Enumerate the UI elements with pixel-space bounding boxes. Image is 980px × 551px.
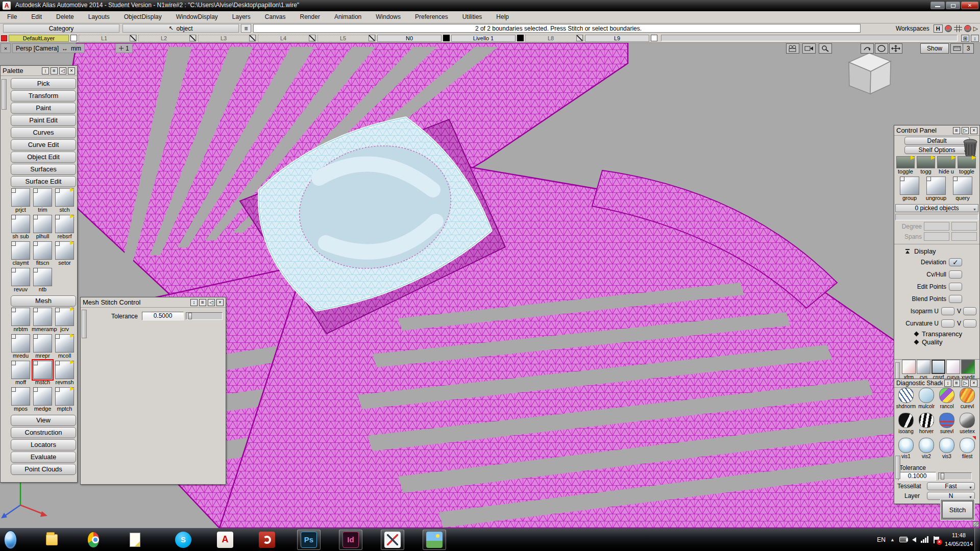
palette-tab[interactable]: Evaluate <box>11 452 76 463</box>
group-tool-button[interactable]: group <box>896 177 923 203</box>
tool-button[interactable]: nrbtm <box>10 308 32 334</box>
layer-state-icon[interactable] <box>249 35 256 41</box>
menu-item[interactable]: Render <box>293 11 327 23</box>
menu-item[interactable]: Utilities <box>455 11 489 23</box>
layer-label[interactable]: L9 <box>585 35 649 42</box>
picked-objects-dropdown[interactable]: 0 picked objects <box>895 204 978 212</box>
diag-tool-button[interactable]: curevl <box>957 388 977 413</box>
menu-item[interactable]: Layers <box>225 11 258 23</box>
tool-button[interactable]: mrepr <box>32 334 54 361</box>
taskbar-app[interactable] <box>130 530 153 550</box>
degree-input-v[interactable] <box>951 222 977 231</box>
layer-label[interactable]: L1 <box>80 35 128 41</box>
spans-input-u[interactable] <box>924 232 949 241</box>
object-button[interactable]: ↖ object <box>122 24 239 33</box>
diag-tool-icon[interactable] <box>960 388 975 403</box>
layer-item[interactable]: L8 <box>525 35 583 42</box>
taskbar-app[interactable]: S <box>172 530 195 550</box>
tessellation-dropdown[interactable]: Fast <box>927 482 975 490</box>
bottom-tool-icon[interactable] <box>932 360 945 374</box>
shelf-tool-icon[interactable] <box>937 156 955 168</box>
display-checkbox[interactable] <box>949 283 962 291</box>
menu-icon[interactable]: ≡ <box>953 380 960 387</box>
diag-tool-icon[interactable] <box>898 388 914 403</box>
tool-icon[interactable] <box>55 308 74 326</box>
display-checkbox[interactable] <box>949 270 962 279</box>
menu-item[interactable]: File <box>0 11 24 23</box>
diag-tolerance-slider[interactable] <box>938 472 972 480</box>
stitch-button-label[interactable]: Stitch <box>942 501 973 518</box>
tool-button[interactable]: stch <box>54 188 76 215</box>
preset-dropdown[interactable]: Default <box>904 137 970 145</box>
group-tool-button[interactable]: ungroup <box>923 177 949 203</box>
tool-icon[interactable] <box>11 268 30 286</box>
layer-state-icon[interactable] <box>517 35 524 41</box>
shelf-tool-icon[interactable] <box>896 156 915 168</box>
taskbar-app[interactable] <box>381 530 404 550</box>
close-icon[interactable]: × <box>970 127 977 134</box>
layer-color-swatch[interactable] <box>1 35 7 41</box>
diag-scroll-grip[interactable] <box>895 456 900 479</box>
layer-state-icon[interactable] <box>651 35 657 41</box>
layer-state-icon[interactable] <box>576 35 583 41</box>
tool-icon[interactable] <box>33 387 52 406</box>
display-checkbox[interactable] <box>941 307 954 315</box>
taskbar-app[interactable]: Id <box>339 530 362 550</box>
tool-icon[interactable] <box>33 215 52 233</box>
tool-button[interactable]: trim <box>32 188 54 215</box>
collapse-icon[interactable]: ◁ <box>59 67 66 74</box>
layer-state-icon[interactable] <box>70 35 77 41</box>
stitch-panel-titlebar[interactable]: Mesh Stitch Control ↕ ≡ ◁ × <box>81 297 226 308</box>
tool-button[interactable]: plhull <box>32 215 54 241</box>
taskbar-app[interactable] <box>423 530 446 550</box>
viewport-camera-label[interactable]: Persp [Camera] ↔ mm <box>12 43 85 53</box>
layer-item[interactable]: DefaultLayer <box>9 35 77 42</box>
diag-tool-button[interactable]: horver <box>916 413 937 438</box>
clock[interactable]: 11:48 14/05/2014 <box>945 531 973 548</box>
tool-icon[interactable] <box>11 215 30 233</box>
diag-tool-icon[interactable] <box>939 413 954 428</box>
tool-button[interactable]: revuv <box>10 268 32 294</box>
shader-ball-icon[interactable] <box>945 25 952 32</box>
palette-tab[interactable]: Curves <box>11 127 76 138</box>
display-checkbox[interactable] <box>949 258 962 266</box>
shelf-tool-button[interactable]: toggle <box>895 156 916 177</box>
tool-button[interactable]: setor <box>54 241 76 268</box>
layer-arrows-icon[interactable]: ↕ <box>971 35 979 42</box>
menu-icon[interactable]: ≡ <box>51 67 58 74</box>
layer-label[interactable]: L2 <box>140 35 188 41</box>
taskbar-app[interactable]: Ps <box>297 530 321 550</box>
layer-state-icon[interactable] <box>443 35 450 41</box>
menu-item[interactable]: Edit <box>24 11 49 23</box>
palette-scroll-grip[interactable] <box>2 79 7 110</box>
shelf-tool-icon[interactable] <box>917 156 935 168</box>
grid-icon[interactable] <box>954 25 962 32</box>
window-count-button[interactable]: 3 <box>963 43 974 54</box>
tool-icon[interactable] <box>11 387 30 406</box>
bottom-tool-icon[interactable] <box>917 360 930 374</box>
layer-grid-icon[interactable]: ⊞ <box>961 35 969 42</box>
palette-tab[interactable]: Paint Edit <box>11 115 76 126</box>
layer-label[interactable]: L8 <box>527 35 575 41</box>
language-indicator[interactable]: EN <box>877 536 886 543</box>
layer-item[interactable]: L9 <box>585 35 657 42</box>
display-checkbox[interactable] <box>941 319 954 328</box>
shader-ball-icon[interactable] <box>964 25 971 32</box>
diag-tool-icon[interactable] <box>919 438 934 453</box>
tool-button[interactable]: mmeramp <box>32 308 54 334</box>
close-icon[interactable]: × <box>970 380 977 387</box>
window-resize-grip[interactable] <box>973 521 979 527</box>
resize-icon[interactable]: ↕ <box>944 380 951 387</box>
layer-state-icon[interactable] <box>189 35 196 41</box>
tool-button[interactable]: moff <box>10 361 32 387</box>
menu-item[interactable]: Animation <box>327 11 369 23</box>
close-icon[interactable]: × <box>68 67 75 74</box>
resize-icon[interactable]: ↕ <box>42 67 49 74</box>
group-tool-icon[interactable] <box>953 177 972 195</box>
layer-item[interactable]: N0 <box>377 35 450 42</box>
menu-icon[interactable]: ≡ <box>199 299 206 306</box>
tool-button[interactable]: revmsh <box>54 361 76 387</box>
diag-tool-icon[interactable] <box>919 388 934 403</box>
taskbar-app[interactable] <box>88 530 111 550</box>
diag-tool-button[interactable]: usetex <box>957 413 977 438</box>
